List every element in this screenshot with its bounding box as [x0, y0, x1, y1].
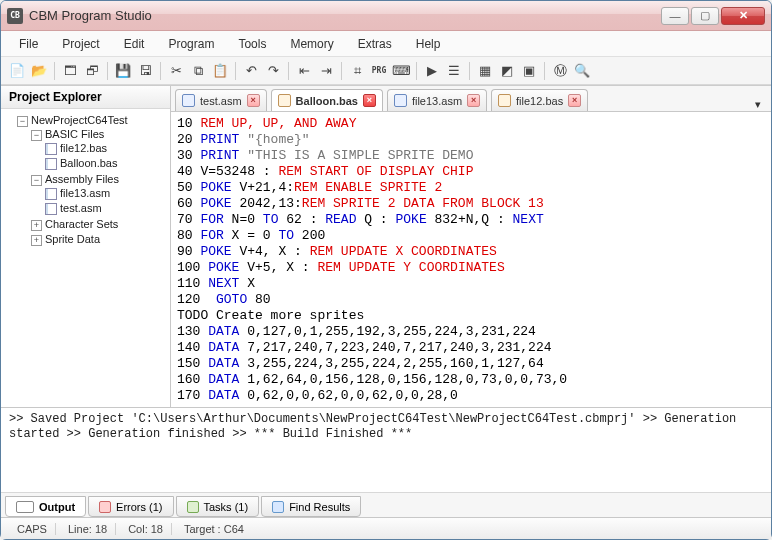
- find-icon[interactable]: 🔍: [572, 61, 592, 81]
- code-editor[interactable]: 10 REM UP, UP, AND AWAY 20 PRINT "{home}…: [171, 112, 771, 407]
- tab-label: file13.asm: [412, 95, 462, 107]
- screen-icon[interactable]: ▣: [519, 61, 539, 81]
- minimize-button[interactable]: —: [661, 7, 689, 25]
- build-prg-icon[interactable]: PRG: [369, 61, 389, 81]
- output-panel[interactable]: >> Saved Project 'C:\Users\Arthur\Docume…: [1, 408, 771, 493]
- tab-label: Balloon.bas: [296, 95, 358, 107]
- comment-icon[interactable]: ⌗: [347, 61, 367, 81]
- cut-icon[interactable]: ✂: [166, 61, 186, 81]
- tab-label: file12.bas: [516, 95, 563, 107]
- out-icon: [16, 501, 34, 513]
- bottom-tab-out[interactable]: Output: [5, 496, 86, 517]
- indent-icon[interactable]: ⇥: [316, 61, 336, 81]
- status-col: Col: 18: [120, 523, 172, 535]
- grid-icon[interactable]: ▦: [475, 61, 495, 81]
- tab-overflow-icon[interactable]: ▾: [749, 98, 767, 111]
- editor-tab-bar: test.asm×Balloon.bas×file13.asm×file12.b…: [171, 86, 771, 112]
- list-icon[interactable]: ☰: [444, 61, 464, 81]
- menu-bar: FileProjectEditProgramToolsMemoryExtrasH…: [1, 31, 771, 57]
- paste-icon[interactable]: 📋: [210, 61, 230, 81]
- save-all-icon[interactable]: 🖫: [135, 61, 155, 81]
- memory-icon[interactable]: Ⓜ: [550, 61, 570, 81]
- status-caps: CAPS: [9, 523, 56, 535]
- bottom-tab-label: Errors (1): [116, 501, 162, 513]
- menu-file[interactable]: File: [9, 34, 48, 54]
- file-icon: [278, 94, 291, 107]
- menu-tools[interactable]: Tools: [228, 34, 276, 54]
- file-icon: [498, 94, 511, 107]
- menu-program[interactable]: Program: [158, 34, 224, 54]
- project-tree[interactable]: −NewProjectC64Test−BASIC Filesfile12.bas…: [1, 109, 170, 407]
- menu-project[interactable]: Project: [52, 34, 109, 54]
- undo-icon[interactable]: ↶: [241, 61, 261, 81]
- close-tab-icon[interactable]: ×: [363, 94, 376, 107]
- window-list-icon[interactable]: 🗗: [82, 61, 102, 81]
- app-window: CB CBM Program Studio — ▢ ✕ FileProjectE…: [0, 0, 772, 540]
- open-folder-icon[interactable]: 📂: [29, 61, 49, 81]
- status-line: Line: 18: [60, 523, 116, 535]
- run-icon[interactable]: ▶: [422, 61, 442, 81]
- menu-help[interactable]: Help: [406, 34, 451, 54]
- close-tab-icon[interactable]: ×: [568, 94, 581, 107]
- file-icon: [182, 94, 195, 107]
- toolbar: 📄 📂 🗔 🗗 💾 🖫 ✂ ⧉ 📋 ↶ ↷ ⇤ ⇥ ⌗ PRG ⌨ ▶ ☰ ▦ …: [1, 57, 771, 85]
- tab-file12-bas[interactable]: file12.bas×: [491, 89, 588, 111]
- bottom-tab-label: Tasks (1): [204, 501, 249, 513]
- task-icon: [187, 501, 199, 513]
- new-window-icon[interactable]: 🗔: [60, 61, 80, 81]
- tab-file13-asm[interactable]: file13.asm×: [387, 89, 487, 111]
- project-explorer-panel: Project Explorer −NewProjectC64Test−BASI…: [1, 86, 171, 407]
- status-target: Target : C64: [176, 523, 244, 535]
- new-file-icon[interactable]: 📄: [7, 61, 27, 81]
- save-icon[interactable]: 💾: [113, 61, 133, 81]
- menu-memory[interactable]: Memory: [280, 34, 343, 54]
- tree-item[interactable]: file13.asm: [45, 186, 168, 201]
- bottom-tab-err[interactable]: Errors (1): [88, 496, 173, 517]
- app-icon: CB: [7, 8, 23, 24]
- bottom-tab-label: Find Results: [289, 501, 350, 513]
- tab-label: test.asm: [200, 95, 242, 107]
- tree-item[interactable]: test.asm: [45, 201, 168, 216]
- keyboard-icon[interactable]: ⌨: [391, 61, 411, 81]
- find-icon: [272, 501, 284, 513]
- menu-extras[interactable]: Extras: [348, 34, 402, 54]
- bottom-tab-label: Output: [39, 501, 75, 513]
- tab-balloon-bas[interactable]: Balloon.bas×: [271, 89, 383, 111]
- window-title: CBM Program Studio: [29, 8, 661, 23]
- sprite-icon[interactable]: ◩: [497, 61, 517, 81]
- err-icon: [99, 501, 111, 513]
- copy-icon[interactable]: ⧉: [188, 61, 208, 81]
- menu-edit[interactable]: Edit: [114, 34, 155, 54]
- tab-test-asm[interactable]: test.asm×: [175, 89, 267, 111]
- status-bar: CAPS Line: 18 Col: 18 Target : C64: [1, 517, 771, 539]
- close-tab-icon[interactable]: ×: [247, 94, 260, 107]
- tree-item[interactable]: file12.bas: [45, 141, 168, 156]
- file-icon: [394, 94, 407, 107]
- project-explorer-title: Project Explorer: [1, 86, 170, 109]
- bottom-tab-find[interactable]: Find Results: [261, 496, 361, 517]
- redo-icon[interactable]: ↷: [263, 61, 283, 81]
- close-tab-icon[interactable]: ×: [467, 94, 480, 107]
- title-bar[interactable]: CB CBM Program Studio — ▢ ✕: [1, 1, 771, 31]
- maximize-button[interactable]: ▢: [691, 7, 719, 25]
- bottom-tab-bar: OutputErrors (1)Tasks (1)Find Results: [1, 493, 771, 517]
- close-button[interactable]: ✕: [721, 7, 765, 25]
- outdent-icon[interactable]: ⇤: [294, 61, 314, 81]
- tree-item[interactable]: Balloon.bas: [45, 156, 168, 171]
- bottom-tab-task[interactable]: Tasks (1): [176, 496, 260, 517]
